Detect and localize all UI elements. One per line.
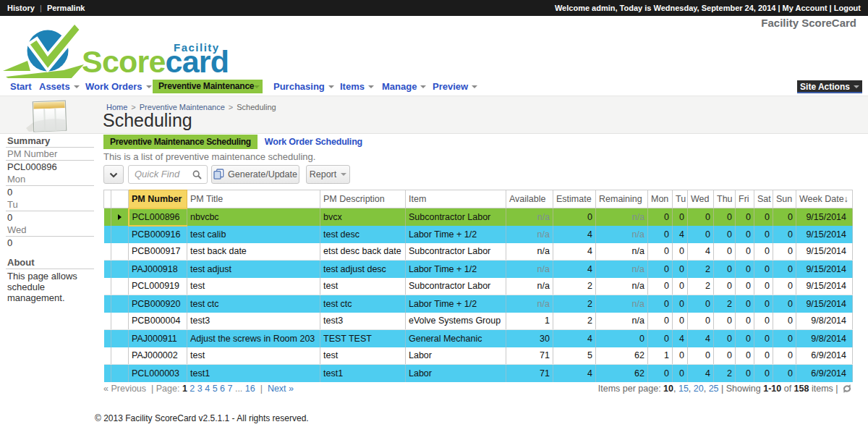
svg-text:Facility: Facility	[174, 41, 220, 54]
